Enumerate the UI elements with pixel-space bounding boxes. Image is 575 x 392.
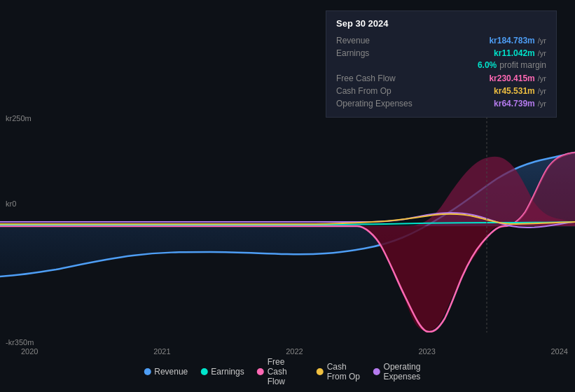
- profit-margin-label: profit margin: [499, 60, 546, 70]
- operating-expenses-row: Operating Expenses kr64.739m/yr: [336, 97, 546, 110]
- legend-label-free-cash-flow: Free Cash Flow: [268, 357, 304, 386]
- chart-area: kr250m kr0 -kr350m: [0, 108, 575, 354]
- earnings-value: kr11.042m/yr: [494, 48, 546, 58]
- free-cash-flow-row: Free Cash Flow kr230.415m/yr: [336, 72, 546, 85]
- x-label-2024: 2024: [551, 347, 568, 356]
- tooltip-date: Sep 30 2024: [336, 18, 546, 29]
- info-tooltip: Sep 30 2024 Revenue kr184.783m/yr Earnin…: [326, 10, 557, 118]
- chart-svg: [0, 108, 575, 332]
- legend-dot-revenue: [144, 368, 151, 375]
- cash-from-op-label: Cash From Op: [336, 86, 392, 96]
- legend-label-revenue: Revenue: [154, 367, 188, 377]
- operating-expenses-label: Operating Expenses: [336, 99, 413, 108]
- legend-revenue[interactable]: Revenue: [144, 367, 188, 377]
- operating-expenses-value: kr64.739m/yr: [494, 99, 546, 108]
- revenue-row: Revenue kr184.783m/yr: [336, 34, 546, 47]
- legend-dot-earnings: [200, 368, 207, 375]
- cash-from-op-row: Cash From Op kr45.531m/yr: [336, 85, 546, 97]
- free-cash-flow-label: Free Cash Flow: [336, 74, 396, 83]
- profit-margin-pct: 6.0%: [478, 60, 497, 70]
- cash-from-op-value: kr45.531m/yr: [494, 86, 546, 96]
- revenue-label: Revenue: [336, 36, 370, 46]
- revenue-value: kr184.783m/yr: [489, 36, 546, 46]
- x-label-2022: 2022: [286, 347, 303, 356]
- free-cash-flow-value: kr230.415m/yr: [489, 74, 546, 83]
- legend-dot-cash-from-op: [317, 368, 324, 375]
- legend-dot-operating-expenses: [373, 368, 380, 375]
- profit-margin-row: 6.0% profit margin: [336, 59, 546, 72]
- legend-label-cash-from-op: Cash From Op: [327, 362, 361, 382]
- x-axis: 2020 2021 2022 2023 2024: [21, 347, 568, 356]
- x-label-2020: 2020: [21, 347, 38, 356]
- earnings-row: Earnings kr11.042m/yr: [336, 47, 546, 59]
- earnings-label: Earnings: [336, 48, 369, 58]
- x-label-2021: 2021: [153, 347, 170, 356]
- legend-cash-from-op[interactable]: Cash From Op: [317, 362, 361, 382]
- legend-label-earnings: Earnings: [211, 367, 244, 377]
- y-label-bot: -kr350m: [6, 338, 34, 346]
- chart-legend: Revenue Earnings Free Cash Flow Cash Fro…: [144, 357, 431, 386]
- legend-dot-free-cash-flow: [257, 368, 264, 375]
- legend-free-cash-flow[interactable]: Free Cash Flow: [257, 357, 304, 386]
- x-label-2023: 2023: [418, 347, 435, 356]
- legend-earnings[interactable]: Earnings: [200, 367, 244, 377]
- legend-operating-expenses[interactable]: Operating Expenses: [373, 362, 431, 382]
- legend-label-operating-expenses: Operating Expenses: [384, 362, 431, 382]
